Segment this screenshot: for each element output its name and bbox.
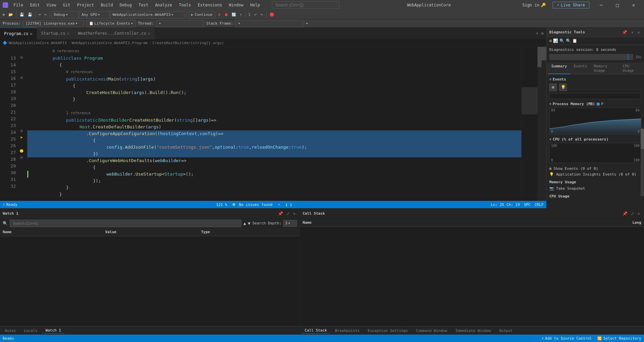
app-insights-row[interactable]: 💡 Application Insights Events (0 of 0)	[549, 172, 641, 177]
fold-26[interactable]: ⊟	[20, 155, 24, 160]
diag-tool-5[interactable]: 📋	[572, 38, 577, 43]
code-content[interactable]: 0 references public class Program { 0	[25, 47, 521, 201]
status-ready[interactable]: ⚡ Ready	[3, 203, 18, 207]
cs-tab-immediate[interactable]: Immediate Window	[452, 328, 494, 334]
watch-pin-btn[interactable]: 📌	[277, 211, 284, 217]
save-btn[interactable]: 💾	[18, 12, 26, 18]
menu-tools[interactable]: Tools	[176, 2, 194, 8]
watch-tab-watch1[interactable]: Watch 1	[42, 328, 64, 334]
tab-close-program[interactable]: ✕	[30, 31, 32, 36]
tab-close-weather[interactable]: ✕	[148, 31, 150, 36]
callstack-content[interactable]	[300, 227, 644, 326]
close-button[interactable]: ✕	[626, 0, 641, 10]
thread-dropdown[interactable]: ▾	[156, 20, 204, 27]
menu-help[interactable]: Help	[247, 2, 263, 8]
process-dropdown[interactable]: [22784] iisexpress.exe ▾	[23, 20, 84, 27]
tab-program-cs[interactable]: Program.cs ✕	[0, 28, 37, 39]
open-btn[interactable]: 📂	[7, 12, 14, 18]
menu-file[interactable]: File	[11, 2, 26, 8]
diag-close-btn[interactable]: ✕	[636, 29, 641, 35]
fold-15[interactable]: ⊟	[20, 75, 24, 80]
diag-tab-memory[interactable]: Memory Usage	[590, 63, 619, 74]
menu-git[interactable]: Git	[60, 2, 73, 8]
breadcrumb-project[interactable]: WebApplicationCore.WebAPI3	[9, 41, 67, 45]
menu-view[interactable]: View	[44, 2, 59, 8]
watch-title: Watch 1	[3, 211, 18, 216]
show-events-row[interactable]: ⊞ Show Events (0 of 0)	[549, 166, 641, 172]
menu-debug[interactable]: Debug	[117, 2, 134, 8]
fold-22[interactable]: ⊟	[20, 129, 24, 133]
signin-button[interactable]: Sign in 🔑	[518, 2, 550, 8]
watch-max-btn[interactable]: ⤢	[285, 211, 291, 217]
code-line-13: public class Program	[27, 55, 521, 62]
cs-tab-output[interactable]: Output	[496, 328, 516, 334]
diag-tab-events[interactable]: Events	[570, 63, 590, 74]
depth-dropdown[interactable]: 3 ▾	[283, 220, 297, 227]
debug-mode-dropdown[interactable]: Debug ▾	[52, 11, 79, 19]
tab-settings-btn[interactable]: ⚙	[541, 30, 544, 36]
tab-list-btn[interactable]: ▾	[535, 30, 539, 36]
search-input[interactable]	[272, 1, 339, 9]
continue-button[interactable]: ▶ Continue	[188, 11, 216, 19]
step-out-btn[interactable]: ⤷	[259, 12, 265, 18]
hot-reload-btn[interactable]: ⚡	[238, 12, 243, 18]
cs-tab-callstack[interactable]: Call Stack	[301, 328, 330, 334]
diag-tool-1[interactable]: ⚙	[549, 38, 552, 43]
menu-test[interactable]: Test	[136, 2, 151, 8]
platform-dropdown[interactable]: Any GPU ▾	[79, 11, 110, 19]
cs-pin-btn[interactable]: 📌	[621, 211, 629, 217]
step-into-btn[interactable]: ⤶	[252, 12, 258, 18]
diag-tool-2[interactable]: 📊	[553, 38, 558, 43]
redo-btn[interactable]: ↪	[43, 12, 48, 18]
project-dropdown[interactable]: WebApplicationCore.WebAPI3 ▾	[110, 11, 184, 19]
lifecycle-dropdown[interactable]: 📋 Lifecycle Events ▾	[87, 20, 135, 27]
diag-timeline-bar	[549, 54, 633, 60]
fold-13[interactable]: ⊟	[20, 55, 24, 60]
take-snapshot-row[interactable]: 📷 Take Snapshot	[549, 186, 641, 191]
watch-close-btn[interactable]: ✕	[292, 211, 297, 217]
cs-tab-command[interactable]: Command Window	[412, 328, 451, 334]
watch-tab-locals[interactable]: Locals	[21, 328, 41, 334]
menu-build[interactable]: Build	[98, 2, 116, 8]
add-to-source-control-btn[interactable]: ↑ Add to Source Control	[542, 336, 592, 341]
breakpoints-btn[interactable]: 🔴	[268, 12, 276, 18]
diag-tab-summary[interactable]: Summary	[548, 63, 570, 74]
breadcrumb-method[interactable]: CreateHostBuilder(string[] args)	[153, 41, 224, 45]
cs-max-btn[interactable]: ⤢	[630, 211, 636, 217]
stack-frame-dropdown[interactable]: ▾	[236, 20, 303, 27]
diag-settings-btn[interactable]: ▾	[630, 29, 635, 35]
diag-tab-cpu[interactable]: CPU Usage	[619, 63, 643, 74]
menu-project[interactable]: Project	[74, 2, 97, 8]
tab-close-startup[interactable]: ✕	[67, 31, 69, 36]
diag-scrollbar[interactable]	[641, 129, 644, 196]
menu-extensions[interactable]: Extensions	[195, 2, 225, 8]
restart-btn[interactable]: 🔄	[230, 12, 238, 18]
cs-tab-breakpoints[interactable]: Breakpoints	[332, 328, 363, 334]
pause-btn[interactable]: ⏸	[216, 12, 222, 18]
right-scrollbar[interactable]	[542, 47, 546, 201]
select-repository-btn[interactable]: 🔀 Select Repository	[597, 336, 641, 341]
menu-analyze[interactable]: Analyze	[152, 2, 175, 8]
watch-search-input[interactable]	[10, 220, 241, 227]
minimize-button[interactable]: ─	[593, 0, 609, 10]
new-file-btn[interactable]: ⊕	[1, 12, 6, 18]
undo-btn[interactable]: ↩	[37, 12, 42, 18]
watch-tab-autos[interactable]: Autos	[1, 328, 19, 334]
diag-tool-3[interactable]: 🔍	[559, 38, 564, 43]
memory-usage-subsection: Memory Usage 📷 Take Snapshot	[549, 180, 641, 191]
save-all-btn[interactable]: 💾	[26, 12, 34, 18]
maximize-button[interactable]: □	[610, 0, 625, 10]
stop-btn[interactable]: ⏹	[223, 12, 229, 18]
menu-window[interactable]: Window	[226, 2, 246, 8]
liveshare-button[interactable]: ⚡ Live Share	[553, 2, 589, 8]
watch-content[interactable]	[0, 236, 300, 326]
breadcrumb-class[interactable]: WebApplicationCore.WebAPI3.Program	[72, 41, 148, 45]
diag-pin-btn[interactable]: 📌	[621, 29, 628, 35]
diag-tool-4[interactable]: 🔍	[566, 38, 571, 43]
tab-weatherforecast-cs[interactable]: WeatherForec...Controller.cs ✕	[74, 28, 155, 39]
step-over-btn[interactable]: ⤵	[247, 12, 252, 18]
tab-startup-cs[interactable]: Startup.cs ✕	[37, 28, 74, 39]
menu-edit[interactable]: Edit	[27, 2, 42, 8]
cs-close-btn[interactable]: ✕	[636, 211, 641, 217]
cs-tab-exception[interactable]: Exception Settings	[364, 328, 411, 334]
